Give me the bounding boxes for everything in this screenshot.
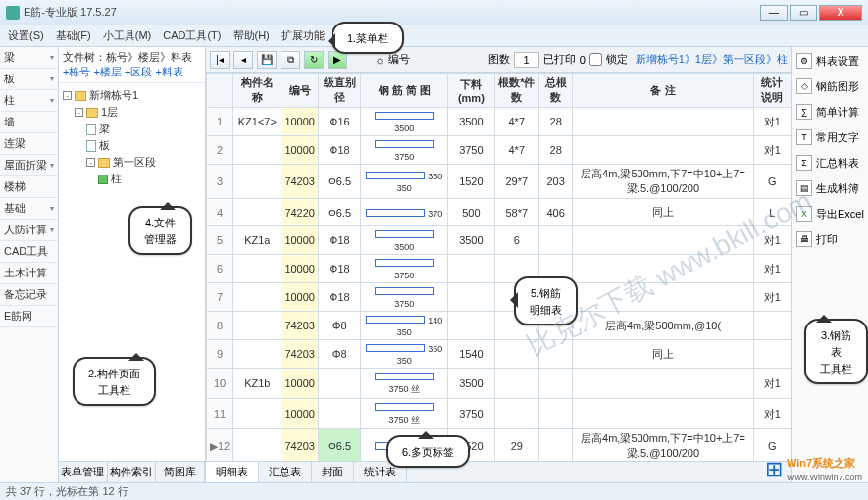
- tree-section[interactable]: -第一区段: [86, 154, 201, 171]
- nav-base[interactable]: 基础▾: [0, 198, 58, 220]
- minimize-button[interactable]: —: [760, 5, 788, 21]
- cell[interactable]: 3500: [361, 108, 448, 136]
- cell[interactable]: 5: [207, 226, 233, 255]
- table-row[interactable]: 210000Φ18 375037504*728对1: [207, 136, 791, 165]
- tree-floor[interactable]: -1层: [75, 104, 201, 121]
- nav-roof[interactable]: 屋面折梁▾: [0, 155, 58, 176]
- cell[interactable]: Φ18: [318, 226, 360, 255]
- cell[interactable]: [448, 255, 494, 283]
- cell[interactable]: 对1: [753, 226, 791, 255]
- cell[interactable]: Φ18: [318, 283, 360, 312]
- cell[interactable]: 9: [207, 340, 233, 369]
- cell[interactable]: 对1: [753, 108, 791, 136]
- cell[interactable]: [573, 108, 753, 136]
- cell[interactable]: [233, 136, 281, 165]
- cell[interactable]: [448, 283, 494, 312]
- refresh-button[interactable]: ↻: [304, 51, 324, 69]
- cell[interactable]: [538, 429, 572, 462]
- cell[interactable]: [233, 429, 281, 462]
- cell[interactable]: G: [753, 429, 791, 462]
- cell[interactable]: 10000: [281, 255, 319, 283]
- cell[interactable]: 层高4m,梁500mm,下7=中10+上7=梁.5.@100/200: [573, 429, 753, 462]
- cell[interactable]: 对1: [753, 255, 791, 283]
- rt-excel[interactable]: X导出Excel: [794, 204, 866, 224]
- cell[interactable]: 6: [494, 226, 538, 255]
- cell[interactable]: 28: [538, 136, 572, 165]
- cell[interactable]: KZ1b: [233, 369, 281, 399]
- cell[interactable]: L: [753, 199, 791, 226]
- cell[interactable]: 7: [207, 283, 233, 312]
- cell[interactable]: 3750: [361, 255, 448, 283]
- cell[interactable]: 10000: [281, 369, 319, 399]
- table-row[interactable]: 1110000 3750 丝3750对1: [207, 399, 791, 429]
- rt-gen[interactable]: ▤生成料簿: [794, 178, 866, 198]
- cell[interactable]: [233, 283, 281, 312]
- cell[interactable]: 4*7: [494, 108, 538, 136]
- tab-detail[interactable]: 明细表: [206, 462, 259, 482]
- cell[interactable]: [494, 312, 538, 340]
- col-header[interactable]: 总根数: [538, 74, 572, 108]
- cell[interactable]: 10000: [281, 226, 319, 255]
- nav-prev-button[interactable]: ◂: [233, 51, 253, 69]
- col-header[interactable]: 钢 筋 简 图: [361, 74, 448, 108]
- cell[interactable]: Φ16: [318, 108, 360, 136]
- cell[interactable]: Φ8: [318, 340, 360, 369]
- tree-leaf-column[interactable]: 柱: [98, 171, 201, 187]
- cell[interactable]: 对1: [753, 399, 791, 429]
- go-button[interactable]: ▶: [328, 51, 347, 69]
- tree-item-beam[interactable]: 梁: [86, 121, 201, 137]
- nav-memo[interactable]: 备忘记录: [0, 284, 58, 306]
- copy-button[interactable]: ⧉: [281, 51, 300, 69]
- cell[interactable]: 8: [207, 312, 233, 340]
- cell[interactable]: [573, 399, 753, 429]
- cell[interactable]: 10000: [281, 283, 319, 312]
- cell[interactable]: [494, 283, 538, 312]
- cell[interactable]: 同上: [573, 199, 753, 226]
- table-row[interactable]: 1KZ1<7>10000Φ16 350035004*728对1: [207, 108, 791, 136]
- menu-settings[interactable]: 设置(S): [4, 26, 48, 45]
- tab-cover[interactable]: 封面: [312, 462, 354, 482]
- nav-slab[interactable]: 板▾: [0, 69, 58, 90]
- cell[interactable]: [538, 369, 572, 399]
- cell[interactable]: [573, 255, 753, 283]
- cell[interactable]: 3500: [448, 369, 494, 399]
- table-row[interactable]: 610000Φ18 3750对1: [207, 255, 791, 283]
- col-header[interactable]: 根数*件数: [494, 74, 538, 108]
- nav-first-button[interactable]: |◂: [210, 51, 230, 69]
- cell[interactable]: 1520: [448, 165, 494, 199]
- col-header[interactable]: 统计说明: [753, 74, 791, 108]
- cell[interactable]: [573, 136, 753, 165]
- cell[interactable]: 3750: [361, 136, 448, 165]
- cell[interactable]: [233, 165, 281, 199]
- cell[interactable]: 500: [448, 199, 494, 226]
- cell[interactable]: 对1: [753, 369, 791, 399]
- cell[interactable]: [538, 226, 572, 255]
- cell[interactable]: 对1: [753, 136, 791, 165]
- cell[interactable]: 350 350: [361, 340, 448, 369]
- cell[interactable]: 层高4m,梁500mm,@10(: [573, 312, 753, 340]
- menu-ext[interactable]: 扩展功能: [278, 26, 329, 45]
- table-row[interactable]: 10KZ1b10000 3750 丝3500对1: [207, 369, 791, 399]
- cell[interactable]: 6: [207, 255, 233, 283]
- cell[interactable]: 1540: [448, 340, 494, 369]
- col-header[interactable]: [207, 74, 233, 108]
- tree-item-slab[interactable]: 板: [86, 137, 201, 154]
- menu-tools[interactable]: 小工具(M): [99, 26, 156, 45]
- cell[interactable]: 140 350: [361, 312, 448, 340]
- tree-root[interactable]: -新增栋号1: [63, 87, 201, 104]
- col-header[interactable]: 下料(mm): [448, 74, 494, 108]
- nav-civil[interactable]: 土木计算: [0, 263, 58, 284]
- cell[interactable]: 3500: [361, 226, 448, 255]
- cell[interactable]: KZ1a: [233, 226, 281, 255]
- cell[interactable]: 3: [207, 165, 233, 199]
- cell[interactable]: 4*7: [494, 136, 538, 165]
- save-button[interactable]: 💾: [257, 51, 277, 69]
- cell[interactable]: [538, 255, 572, 283]
- detail-grid[interactable]: 构件名称编号级直别径钢 筋 简 图下料(mm)根数*件数总根数备 注统计说明 1…: [206, 73, 791, 461]
- cell[interactable]: 29: [494, 429, 538, 462]
- cell[interactable]: [318, 399, 360, 429]
- rt-settings[interactable]: ⚙料表设置: [794, 51, 866, 71]
- cell[interactable]: Φ8: [318, 312, 360, 340]
- nav-stair[interactable]: 楼梯: [0, 176, 58, 198]
- treetab-index[interactable]: 构件索引: [108, 462, 157, 482]
